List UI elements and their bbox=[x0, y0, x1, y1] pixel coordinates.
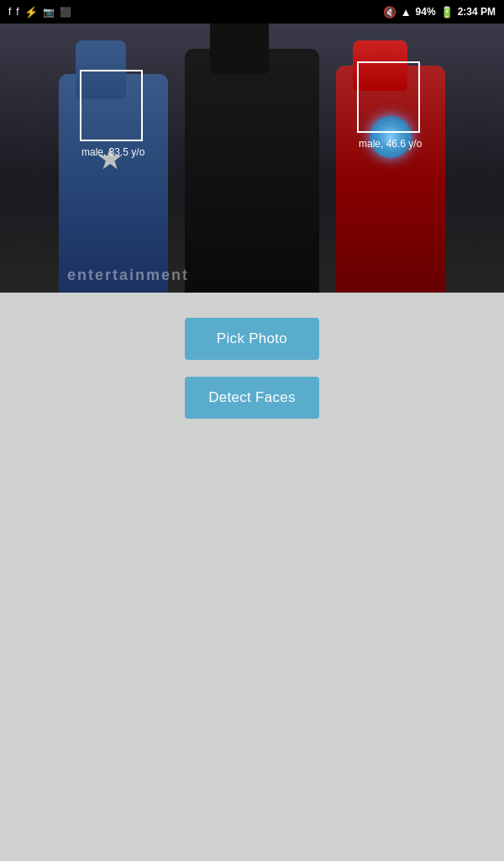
screenshot-icon: ⬛ bbox=[60, 7, 71, 18]
usb-icon: ⚡ bbox=[24, 6, 38, 18]
wifi-icon: ▲ bbox=[401, 6, 412, 18]
detect-faces-button[interactable]: Detect Faces bbox=[185, 377, 319, 419]
face-label-left: male, 33.5 y/o bbox=[81, 146, 144, 158]
battery-percent: 94% bbox=[416, 6, 436, 18]
bp-body bbox=[185, 49, 319, 293]
face-detection-box-left: male, 33.5 y/o bbox=[80, 70, 143, 141]
buttons-area: Pick Photo Detect Faces bbox=[0, 293, 504, 419]
mute-icon: 🔇 bbox=[383, 6, 396, 18]
battery-icon: 🔋 bbox=[440, 6, 454, 18]
face-detection-box-right: male, 46.6 y/o bbox=[357, 61, 420, 133]
camera-icon: 📷 bbox=[43, 7, 55, 18]
status-bar-left: f f ⚡ 📷 ⬛ bbox=[8, 6, 71, 18]
image-container: entertainment male, 33.5 y/o male, 46.6 … bbox=[0, 24, 504, 293]
time-display: 2:34 PM bbox=[458, 6, 496, 18]
status-bar: f f ⚡ 📷 ⬛ 🔇 ▲ 94% 🔋 2:34 PM bbox=[0, 0, 504, 24]
main-content: entertainment male, 33.5 y/o male, 46.6 … bbox=[0, 24, 504, 861]
figure-black-panther bbox=[168, 24, 336, 293]
bp-head bbox=[210, 24, 269, 74]
status-bar-right: 🔇 ▲ 94% 🔋 2:34 PM bbox=[383, 6, 496, 18]
pick-photo-button[interactable]: Pick Photo bbox=[185, 318, 319, 360]
watermark: entertainment bbox=[67, 267, 189, 284]
fb-icon2: f bbox=[16, 6, 18, 18]
face-label-right: male, 46.6 y/o bbox=[359, 138, 422, 150]
fb-icon: f bbox=[8, 6, 11, 18]
